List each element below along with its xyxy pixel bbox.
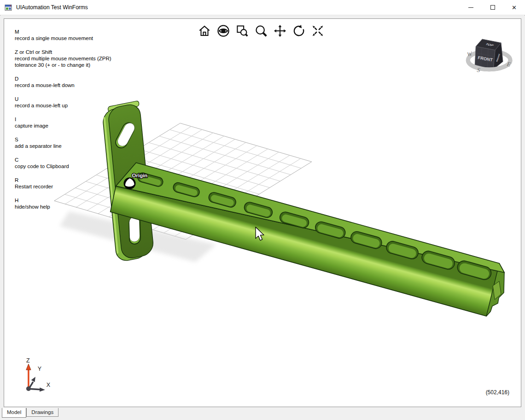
help-item: D record a mouse-left down	[15, 76, 111, 88]
model-part[interactable]	[102, 100, 504, 316]
tab-drawings[interactable]: Drawings	[26, 408, 58, 417]
window-title: UIAutomation Test WinForms	[16, 4, 88, 11]
origin-label: Origin	[132, 173, 148, 178]
help-desc: record a mouse-left up	[15, 102, 111, 109]
help-item: Z or Ctrl or Shift record multiple mouse…	[15, 49, 111, 68]
pan-button[interactable]	[272, 23, 288, 39]
app-window: UIAutomation Test WinForms ✕ M record a …	[0, 0, 525, 420]
axis-y-label: Y	[38, 366, 42, 372]
rotate-icon	[292, 24, 306, 38]
help-key: D	[15, 76, 111, 82]
view-cube[interactable]: FRONT TOP RIGHT W S E	[467, 39, 512, 74]
zoom-button[interactable]	[253, 23, 269, 39]
help-key: S	[15, 136, 111, 143]
help-key: Z or Ctrl or Shift	[15, 49, 111, 55]
fit-view-button[interactable]	[310, 23, 326, 39]
axis-x-label: X	[47, 382, 51, 388]
orbit-button[interactable]	[291, 23, 307, 39]
help-key: C	[15, 157, 111, 163]
help-key: R	[15, 177, 111, 183]
close-button[interactable]: ✕	[503, 0, 525, 15]
pan-icon	[273, 24, 287, 38]
zoom-window-icon	[235, 24, 249, 38]
help-desc: record a mouse-left down	[15, 82, 111, 88]
tab-model[interactable]: Model	[2, 408, 26, 418]
help-desc: copy code to Clipboard	[15, 163, 111, 169]
axis-triad: Z Y X	[26, 357, 51, 391]
help-key: H	[15, 197, 111, 204]
axis-z-label: Z	[26, 357, 30, 364]
minimize-button[interactable]	[460, 0, 482, 15]
view-orientation-button[interactable]	[216, 23, 231, 39]
client-area: M record a single mouse movement Z or Ct…	[0, 16, 525, 408]
help-item: R Restart recorder	[15, 177, 111, 190]
title-bar: UIAutomation Test WinForms ✕	[0, 0, 525, 15]
home-icon	[198, 24, 211, 38]
help-desc: Restart recorder	[15, 183, 111, 190]
help-item: H hide/show help	[15, 197, 111, 210]
help-item: U record a mouse-left up	[15, 96, 111, 109]
help-desc: record a single mouse movement	[15, 35, 111, 41]
help-overlay: M record a single mouse movement Z or Ct…	[15, 29, 111, 217]
help-key: I	[15, 116, 111, 122]
help-key: M	[15, 29, 111, 35]
expand-icon	[311, 24, 325, 38]
cursor-coordinates: (502,416)	[486, 389, 509, 396]
home-button[interactable]	[197, 23, 212, 39]
help-item: I capture image	[15, 116, 111, 129]
plate-slot-bottom	[129, 216, 140, 245]
tab-strip: Model Drawings	[0, 408, 525, 420]
3d-viewport[interactable]: M record a single mouse movement Z or Ct…	[4, 18, 521, 407]
help-item: S add a separator line	[15, 136, 111, 149]
help-desc: add a separator line	[15, 143, 111, 149]
minimize-icon	[468, 7, 473, 8]
help-key: U	[15, 96, 111, 102]
app-icon	[5, 4, 12, 12]
maximize-icon	[490, 5, 495, 10]
help-desc: capture image	[15, 122, 111, 129]
maximize-button[interactable]	[482, 0, 503, 15]
compass-east[interactable]: E	[506, 60, 511, 68]
origin-marker[interactable]	[124, 177, 136, 189]
help-desc: hide/show help	[15, 204, 111, 210]
eye-icon	[216, 24, 230, 38]
zoom-window-button[interactable]	[234, 23, 250, 39]
close-icon: ✕	[512, 5, 517, 11]
help-desc: tolerance 30 (+ or - to change it)	[15, 62, 111, 68]
view-toolbar	[197, 23, 326, 39]
help-item: C copy code to Clipboard	[15, 157, 111, 169]
magnifier-icon	[254, 24, 268, 38]
help-desc: record multiple mouse movements (ZPR)	[15, 55, 111, 62]
help-item: M record a single mouse movement	[15, 29, 111, 41]
